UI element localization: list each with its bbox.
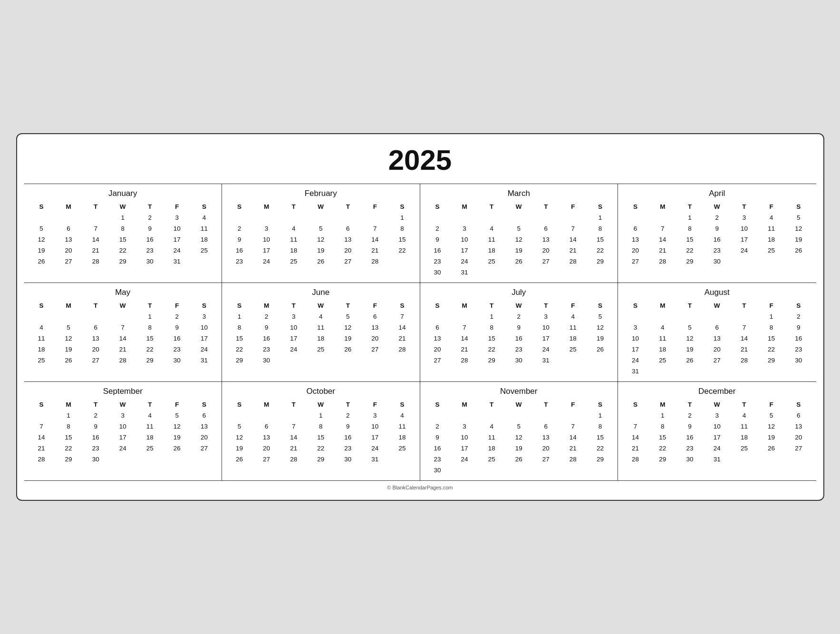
month-block-february: FebruarySMTWTFS1234567891011121314151617… bbox=[222, 184, 420, 283]
day-cell: 8 bbox=[758, 322, 785, 333]
day-cell: 16 bbox=[785, 333, 812, 344]
day-cell: 23 bbox=[424, 256, 451, 267]
day-cell: 21 bbox=[28, 443, 55, 454]
day-cell: 15 bbox=[676, 234, 703, 245]
day-cell: 26 bbox=[785, 245, 812, 256]
day-cell bbox=[478, 465, 505, 476]
day-cell: 29 bbox=[587, 256, 614, 267]
day-cell: 2 bbox=[424, 421, 451, 432]
day-cell: 10 bbox=[704, 421, 731, 432]
day-header: S bbox=[424, 201, 451, 212]
day-header: S bbox=[28, 399, 55, 410]
day-cell: 5 bbox=[587, 311, 614, 322]
day-cell: 28 bbox=[109, 355, 136, 366]
day-cell: 23 bbox=[164, 344, 191, 355]
day-cell: 15 bbox=[587, 432, 614, 443]
day-cell: 27 bbox=[82, 355, 109, 366]
day-cell: 13 bbox=[424, 333, 451, 344]
day-header: T bbox=[532, 300, 560, 311]
day-cell: 22 bbox=[109, 245, 136, 256]
day-cell: 12 bbox=[505, 432, 532, 443]
day-header: S bbox=[785, 201, 812, 212]
day-cell: 1 bbox=[136, 311, 164, 322]
day-cell: 26 bbox=[55, 355, 82, 366]
day-cell bbox=[622, 311, 649, 322]
day-cell: 6 bbox=[704, 322, 731, 333]
day-cell: 22 bbox=[307, 443, 334, 454]
day-cell: 4 bbox=[478, 421, 505, 432]
day-cell: 23 bbox=[424, 454, 451, 465]
day-cell bbox=[758, 454, 785, 465]
month-table: SMTWTFS123456789101112131415161718192021… bbox=[622, 201, 812, 267]
day-cell: 24 bbox=[280, 344, 307, 355]
day-cell: 29 bbox=[55, 454, 82, 465]
day-cell: 29 bbox=[649, 454, 676, 465]
day-header: T bbox=[334, 201, 361, 212]
day-cell: 11 bbox=[478, 432, 505, 443]
day-cell: 29 bbox=[136, 355, 164, 366]
day-cell: 2 bbox=[785, 311, 812, 322]
day-cell: 7 bbox=[451, 322, 478, 333]
day-cell: 15 bbox=[136, 333, 164, 344]
day-cell bbox=[731, 454, 758, 465]
day-cell bbox=[785, 256, 812, 267]
day-header: S bbox=[622, 300, 649, 311]
day-cell: 7 bbox=[560, 223, 587, 234]
day-cell: 14 bbox=[451, 333, 478, 344]
day-cell: 10 bbox=[191, 322, 218, 333]
day-cell: 18 bbox=[478, 443, 505, 454]
day-cell: 13 bbox=[532, 234, 560, 245]
day-cell: 12 bbox=[226, 432, 253, 443]
day-cell: 13 bbox=[191, 421, 218, 432]
day-cell: 22 bbox=[587, 443, 614, 454]
day-cell bbox=[361, 212, 388, 223]
day-cell: 14 bbox=[28, 432, 55, 443]
day-cell: 18 bbox=[560, 333, 587, 344]
day-cell: 19 bbox=[334, 333, 361, 344]
day-cell bbox=[704, 366, 731, 377]
day-header: T bbox=[532, 201, 560, 212]
day-cell: 27 bbox=[622, 256, 649, 267]
day-cell: 21 bbox=[361, 245, 388, 256]
month-block-july: JulySMTWTFS12345678910111213141516171819… bbox=[420, 283, 618, 382]
day-cell: 23 bbox=[676, 443, 703, 454]
day-header: T bbox=[280, 201, 307, 212]
day-cell: 12 bbox=[28, 234, 55, 245]
day-cell: 24 bbox=[704, 443, 731, 454]
day-header: M bbox=[649, 201, 676, 212]
day-cell: 21 bbox=[388, 333, 415, 344]
day-cell: 26 bbox=[758, 443, 785, 454]
day-cell: 9 bbox=[676, 421, 703, 432]
day-header: M bbox=[55, 300, 82, 311]
day-header: T bbox=[676, 399, 703, 410]
day-cell: 9 bbox=[424, 432, 451, 443]
day-cell: 8 bbox=[478, 322, 505, 333]
month-name: June bbox=[226, 286, 416, 300]
day-header: T bbox=[82, 300, 109, 311]
day-cell: 20 bbox=[532, 245, 560, 256]
day-cell: 14 bbox=[649, 234, 676, 245]
day-header: T bbox=[478, 300, 505, 311]
day-cell: 25 bbox=[28, 355, 55, 366]
month-block-june: JuneSMTWTFS12345678910111213141516171819… bbox=[222, 283, 420, 382]
day-cell bbox=[505, 267, 532, 278]
day-cell: 30 bbox=[136, 256, 164, 267]
day-cell: 20 bbox=[424, 344, 451, 355]
day-cell: 4 bbox=[758, 212, 785, 223]
day-cell: 13 bbox=[785, 421, 812, 432]
day-cell: 5 bbox=[676, 322, 703, 333]
day-cell: 6 bbox=[55, 223, 82, 234]
day-cell: 10 bbox=[164, 223, 191, 234]
day-cell: 12 bbox=[785, 223, 812, 234]
day-header: W bbox=[109, 399, 136, 410]
day-header: T bbox=[676, 201, 703, 212]
day-cell: 13 bbox=[704, 333, 731, 344]
day-cell: 24 bbox=[532, 344, 560, 355]
day-cell: 28 bbox=[280, 454, 307, 465]
day-cell: 3 bbox=[451, 421, 478, 432]
day-cell: 20 bbox=[253, 443, 280, 454]
day-cell bbox=[532, 212, 560, 223]
day-header: T bbox=[136, 201, 164, 212]
day-cell bbox=[226, 212, 253, 223]
day-cell: 19 bbox=[164, 432, 191, 443]
